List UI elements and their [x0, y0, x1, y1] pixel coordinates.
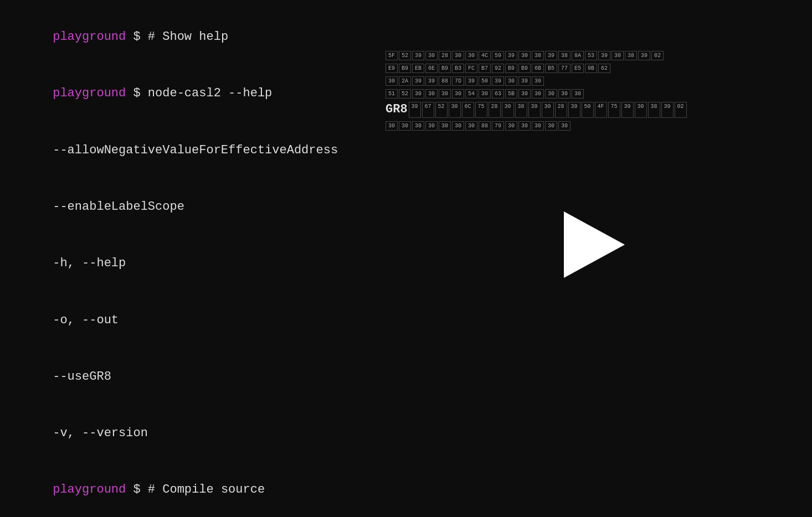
right-panel: 5F 52 39 30 28 30 30 4C 59 39 30 38 39 3… [386, 7, 803, 510]
terminal-line-2: playground $ node-casl2 --help [9, 65, 363, 122]
hex-row-6: 30 30 30 30 30 30 30 88 79 30 30 30 30 3… [386, 121, 803, 131]
terminal-line-3: --allowNegativeValueForEffectiveAddress [9, 122, 363, 179]
play-button-container[interactable] [564, 211, 625, 278]
hex-row-5: GR8 39 67 52 30 6C 75 28 30 38 39 30 28 … [386, 102, 803, 118]
gr8-label: GR8 [386, 102, 408, 118]
prompt-9: playground [53, 483, 126, 497]
cmd-1: $ # Show help [126, 30, 228, 44]
terminal-line-9: playground $ # Compile source [9, 462, 363, 517]
option-2: --enableLabelScope [53, 200, 184, 214]
cmd-2: $ node-casl2 --help [126, 86, 272, 100]
option-4: -o, --out [53, 313, 119, 327]
play-button[interactable] [564, 211, 625, 278]
prompt-1: playground [53, 30, 126, 44]
terminal-line-5: -h, --help [9, 235, 363, 292]
terminal-line-1: playground $ # Show help [9, 9, 363, 65]
left-panel: playground $ # Show help playground $ no… [9, 7, 363, 510]
hex-row-4: 51 52 30 30 30 30 54 30 63 5B 30 30 30 3… [386, 89, 803, 99]
option-3: -h, --help [53, 256, 126, 270]
hex-row-1: 5F 52 39 30 28 30 30 4C 59 39 30 38 39 3… [386, 51, 803, 60]
terminal-container: playground $ # Show help playground $ no… [0, 0, 812, 517]
hex-row-2: E9 B9 EB 6E B9 B3 FC B7 92 B9 B9 6B B5 7… [386, 64, 803, 73]
option-5: --useGR8 [53, 370, 111, 384]
terminal-line-4: --enableLabelScope [9, 179, 363, 235]
terminal-line-8: -v, --version [9, 405, 363, 462]
prompt-2: playground [53, 86, 126, 100]
terminal-line-6: -o, --out [9, 292, 363, 348]
cmd-9: $ # Compile source [126, 483, 265, 497]
option-1: --allowNegativeValueForEffectiveAddress [53, 143, 338, 157]
option-6: -v, --version [53, 426, 148, 440]
hex-row-3: 30 2A 39 39 88 7D 39 50 39 30 39 30 [386, 76, 803, 86]
terminal-line-7: --useGR8 [9, 349, 363, 405]
